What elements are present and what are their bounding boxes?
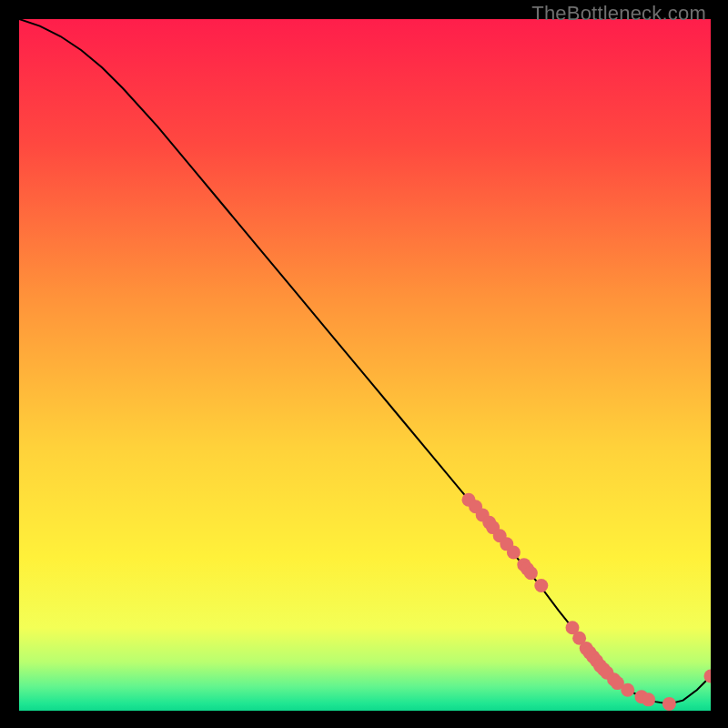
gradient-background (19, 19, 711, 711)
data-point (642, 693, 655, 706)
chart-svg (19, 19, 711, 711)
data-point (662, 697, 676, 711)
watermark-text: TheBottleneck.com (531, 2, 706, 25)
data-point (621, 683, 634, 697)
chart-frame: TheBottleneck.com (0, 0, 728, 728)
data-point (534, 579, 548, 592)
data-point (507, 545, 521, 559)
plot-area (19, 19, 711, 711)
data-point (524, 566, 538, 580)
